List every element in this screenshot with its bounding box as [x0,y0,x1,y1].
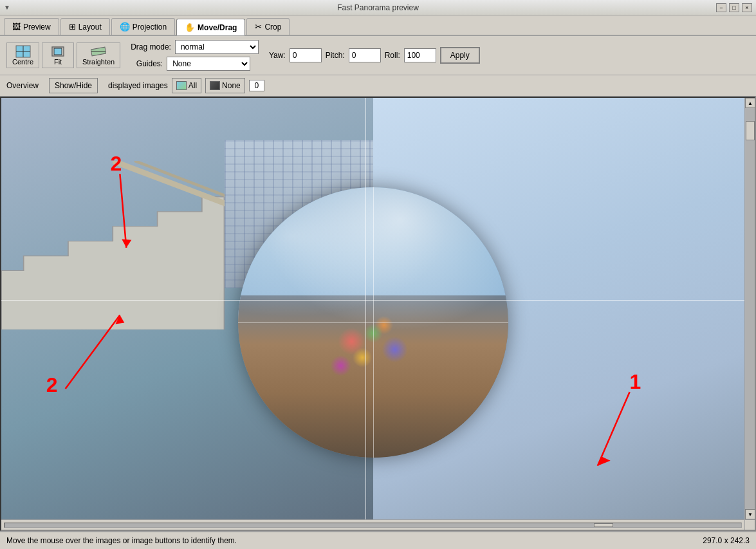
tab-projection[interactable]: 🌐 Projection [111,18,175,35]
window-controls: − □ × [716,3,752,12]
toolbar-row: Centre Fit Straighten [0,36,756,75]
guides-control: Guides: None Rule of thirds Diagonal Cro… [131,57,259,71]
canvas-area[interactable]: 2 2 1 ▲ [0,97,756,531]
planet-sphere [238,187,508,458]
drag-guides-section: Drag mode: normal lens Guides: None Rule… [131,40,259,71]
straighten-icon [91,45,106,58]
coordinates-display: 297.0 x 242.3 [703,536,750,545]
projection-icon: 🌐 [120,22,130,32]
pitch-input[interactable] [349,48,381,62]
sphere-crosshair-h [238,322,508,323]
tabs-row: 🖼 Preview ⊞ Layout 🌐 Projection ✋ Move/D… [0,15,756,36]
main-container: 🖼 Preview ⊞ Layout 🌐 Projection ✋ Move/D… [0,15,756,549]
v-scroll-thumb[interactable] [746,121,755,140]
tab-move-drag[interactable]: ✋ Move/Drag [176,19,245,35]
titlebar: ▼ Fast Panorama preview − □ × [0,0,756,15]
titlebar-title: Fast Panorama preview [337,3,419,12]
fit-label: Fit [54,58,62,66]
centre-label: Centre [12,58,33,66]
fit-button[interactable]: Fit [42,42,74,68]
yaw-label: Yaw: [269,51,286,60]
straighten-label: Straighten [82,58,115,66]
scroll-corner [744,519,755,530]
count-badge: 0 [249,80,264,91]
move-drag-icon: ✋ [185,23,195,32]
tab-preview-label: Preview [23,23,51,32]
horizontal-scrollbar[interactable] [1,519,744,530]
crop-icon: ✂ [255,22,262,32]
none-button[interactable]: None [205,78,245,93]
tool-buttons: Centre Fit Straighten [6,42,120,68]
guides-select[interactable]: None Rule of thirds Diagonal Crosshair [167,57,250,71]
show-hide-button[interactable]: Show/Hide [49,78,98,93]
vertical-scrollbar[interactable]: ▲ ▼ [744,98,755,519]
guides-label: Guides: [131,59,163,68]
scroll-down-button[interactable]: ▼ [745,509,755,519]
tab-move-drag-label: Move/Drag [198,23,237,32]
tab-crop[interactable]: ✂ Crop [246,18,290,35]
roll-label: Roll: [385,51,400,60]
centre-button[interactable]: Centre [6,42,39,68]
crosshair-horizontal [1,300,744,301]
h-scroll-thumb[interactable] [594,523,613,527]
maximize-button[interactable]: □ [729,3,739,12]
minimize-button[interactable]: − [716,3,726,12]
tab-layout[interactable]: ⊞ Layout [60,18,110,35]
tab-crop-label: Crop [264,23,281,32]
statusbar: Move the mouse over the images or image … [0,531,756,549]
panorama-viewport: 2 2 1 [1,98,744,519]
overview-section: Overview Show/Hide displayed images All … [0,75,756,97]
scroll-up-button[interactable]: ▲ [745,98,755,108]
apply-button[interactable]: Apply [440,47,480,64]
drag-mode-select[interactable]: normal lens [175,40,259,54]
displayed-images-section: displayed images All None 0 [108,78,264,93]
yaw-input[interactable] [290,48,322,62]
all-button[interactable]: All [172,78,201,93]
all-label: All [189,81,197,90]
overview-label: Overview [6,81,39,90]
h-scroll-track[interactable] [4,523,742,528]
drag-mode-label: Drag mode: [131,42,171,51]
straighten-button[interactable]: Straighten [77,42,120,68]
ypr-controls: Yaw: Pitch: Roll: Apply [269,47,480,64]
svg-rect-4 [54,48,62,55]
close-button[interactable]: × [742,3,752,12]
titlebar-arrow: ▼ [4,4,10,11]
tab-projection-label: Projection [133,23,167,32]
roll-input[interactable] [404,48,436,62]
preview-icon: 🖼 [12,22,21,32]
centre-icon [15,45,31,58]
drag-mode-control: Drag mode: normal lens [131,40,259,54]
all-icon [176,81,187,90]
displayed-images-label: displayed images [108,81,168,90]
status-message: Move the mouse over the images or image … [6,536,703,545]
layout-icon: ⊞ [69,22,76,32]
tab-preview[interactable]: 🖼 Preview [4,18,59,35]
fit-icon [50,45,66,58]
v-scroll-track[interactable] [745,108,755,509]
none-icon [210,81,220,90]
crosshair-vertical [365,98,366,519]
pitch-label: Pitch: [326,51,345,60]
tab-layout-label: Layout [78,23,102,32]
none-label: None [222,81,241,90]
